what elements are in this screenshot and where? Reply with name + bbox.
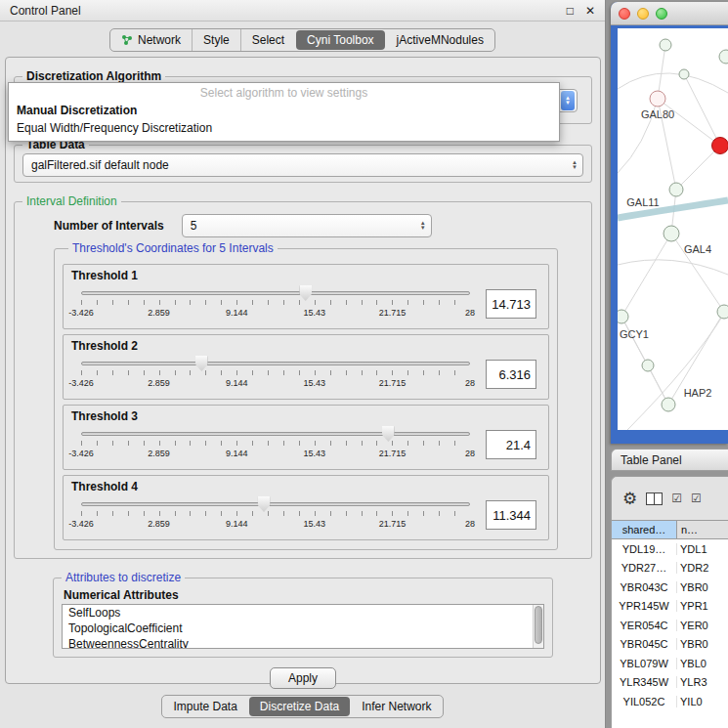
interval-definition-title: Interval Definition	[22, 194, 121, 208]
apply-button[interactable]: Apply	[270, 667, 336, 689]
slider-track[interactable]	[81, 362, 470, 365]
tab-cyni-toolbox-label: Cyni Toolbox	[307, 33, 373, 47]
checkbox-icon[interactable]: ☑	[671, 492, 682, 505]
network-node[interactable]	[642, 360, 654, 371]
combo-arrows-icon[interactable]: ▲▼	[567, 160, 582, 170]
column-header-shared-name[interactable]: shared…	[612, 521, 677, 538]
table-row[interactable]: YDR27…YDR2	[612, 559, 728, 578]
discretization-algorithm-title: Discretization Algorithm	[22, 69, 165, 83]
network-canvas[interactable]: GAL80 GAL11 GAL4 GCY1 HAP2	[618, 28, 728, 430]
threshold-4-slider[interactable]: -3.4262.8599.14415.4321.71528	[81, 495, 470, 535]
dropdown-item-equal-width-frequency[interactable]: Equal Width/Frequency Discretization	[9, 119, 559, 137]
number-of-intervals-label: Number of Intervals	[54, 219, 164, 233]
table-row[interactable]: YDL19…YDL1	[612, 539, 728, 559]
tab-discretize-data-label: Discretize Data	[260, 700, 339, 713]
threshold-1-value-field[interactable]	[486, 289, 536, 319]
network-node-label: GAL11	[626, 196, 659, 208]
tab-jactivemnodules[interactable]: jActiveMNodules	[386, 29, 494, 51]
numerical-attributes-label: Numerical Attributes	[64, 588, 552, 602]
network-node[interactable]	[662, 398, 675, 411]
threshold-3-slider[interactable]: -3.4262.8599.14415.4321.71528	[81, 425, 470, 464]
dropdown-hint: Select algorithm to view settings	[9, 83, 559, 102]
table-row[interactable]: YER054CYER0	[612, 616, 728, 635]
tab-cyni-toolbox[interactable]: Cyni Toolbox	[296, 30, 384, 50]
network-node[interactable]	[650, 91, 665, 107]
tab-network[interactable]: Network	[110, 29, 192, 51]
list-item[interactable]: TopologicalCoefficient	[63, 621, 543, 636]
mac-zoom-button[interactable]	[656, 8, 667, 20]
algorithm-dropdown: Select algorithm to view settings Manual…	[8, 82, 560, 142]
network-node[interactable]	[660, 39, 671, 51]
combo-arrows-icon[interactable]: ▲▼	[415, 221, 431, 231]
network-node[interactable]	[664, 226, 679, 241]
network-node[interactable]	[719, 50, 728, 64]
columns-icon[interactable]	[646, 492, 663, 505]
slider-ticks	[81, 511, 470, 516]
tab-style[interactable]: Style	[192, 29, 240, 51]
checkbox-icon[interactable]: ☑	[691, 492, 702, 505]
bottom-tabgroup: Impute Data Discretize Data Infer Networ…	[161, 695, 443, 718]
slider-thumb[interactable]	[195, 356, 208, 371]
column-header-name[interactable]: n…	[677, 521, 728, 538]
table-row[interactable]: YPR145WYPR1	[612, 597, 728, 617]
threshold-1-slider[interactable]: -3.4262.8599.14415.4321.71528	[81, 284, 470, 323]
number-of-intervals-select[interactable]: 5 ▲▼	[182, 214, 432, 237]
mac-minimize-button[interactable]	[637, 8, 649, 20]
network-node-selected[interactable]	[712, 138, 728, 154]
table-row[interactable]: YLR345WYLR3	[612, 673, 728, 693]
network-icon	[121, 34, 133, 46]
table-data-select[interactable]: galFiltered.sif default node ▲▼	[22, 153, 583, 177]
threshold-4-label: Threshold 4	[71, 480, 540, 493]
table-row[interactable]: YBL079WYBL0	[612, 654, 728, 673]
threshold-2-slider[interactable]: -3.4262.8599.14415.4321.71528	[81, 355, 470, 394]
tab-select[interactable]: Select	[240, 29, 295, 51]
number-of-intervals-value: 5	[191, 219, 197, 233]
tab-impute-data[interactable]: Impute Data	[162, 696, 247, 717]
network-node[interactable]	[618, 310, 628, 323]
table-row[interactable]: YBR045CYBR0	[612, 635, 728, 655]
list-scrollbar[interactable]	[533, 605, 543, 648]
control-panel-window: Control Panel □ ✕ Network Style Select C…	[0, 0, 606, 728]
network-nodes	[618, 39, 728, 411]
slider-scale: -3.4262.8599.14415.4321.71528	[81, 519, 470, 531]
slider-track[interactable]	[81, 502, 470, 506]
scrollbar-thumb[interactable]	[535, 606, 542, 644]
combo-arrows-icon[interactable]: ▲▼	[561, 91, 575, 110]
cyni-toolbox-panel: Discretization Algorithm ▲▼ Select algor…	[5, 57, 601, 684]
table-panel-window: ⚙ ☑ ☑ shared… n… YDL19…YDL1 YDR27…YDR2 Y…	[611, 476, 728, 728]
slider-scale: -3.4262.8599.14415.4321.71528	[81, 308, 470, 320]
slider-thumb[interactable]	[299, 285, 312, 301]
network-node[interactable]	[669, 183, 683, 196]
table-row[interactable]: YBR043CYBR0	[612, 578, 728, 597]
threshold-2-value-field[interactable]	[486, 360, 536, 389]
table-row[interactable]: YIL052CYIL0	[612, 692, 728, 711]
slider-thumb[interactable]	[382, 426, 395, 442]
slider-track[interactable]	[81, 432, 470, 436]
slider-thumb[interactable]	[258, 496, 271, 512]
window-title: Control Panel	[10, 4, 555, 18]
tab-impute-data-label: Impute Data	[173, 700, 236, 713]
network-node[interactable]	[679, 69, 689, 79]
gear-icon[interactable]: ⚙	[622, 489, 637, 509]
dropdown-item-manual-discretization[interactable]: Manual Discretization	[9, 102, 559, 119]
attributes-group-title: Attributes to discretize	[62, 571, 185, 584]
network-node[interactable]	[717, 305, 728, 319]
tab-select-label: Select	[252, 33, 284, 47]
threshold-4-value-field[interactable]	[486, 500, 536, 530]
list-item[interactable]: SelfLoops	[63, 605, 543, 621]
slider-track[interactable]	[81, 291, 470, 295]
tab-discretize-data[interactable]: Discretize Data	[249, 697, 350, 716]
table-panel-title: Table Panel	[621, 453, 682, 467]
network-window: GAL80 GAL11 GAL4 GCY1 HAP2	[611, 2, 728, 444]
bottom-tabbar: Impute Data Discretize Data Infer Networ…	[0, 695, 605, 718]
threshold-2-label: Threshold 2	[71, 339, 540, 353]
table-data-group: Table Data galFiltered.sif default node …	[14, 138, 592, 183]
tab-infer-network[interactable]: Infer Network	[351, 696, 442, 717]
mac-close-button[interactable]	[619, 8, 630, 20]
slider-scale: -3.4262.8599.14415.4321.71528	[81, 449, 470, 460]
control-panel-titlebar: Control Panel □ ✕	[0, 0, 605, 21]
threshold-3-value-field[interactable]	[486, 430, 536, 459]
close-icon[interactable]: ✕	[585, 4, 595, 18]
list-item[interactable]: BetweennessCentrality	[63, 636, 543, 649]
float-window-icon[interactable]: □	[567, 4, 574, 18]
